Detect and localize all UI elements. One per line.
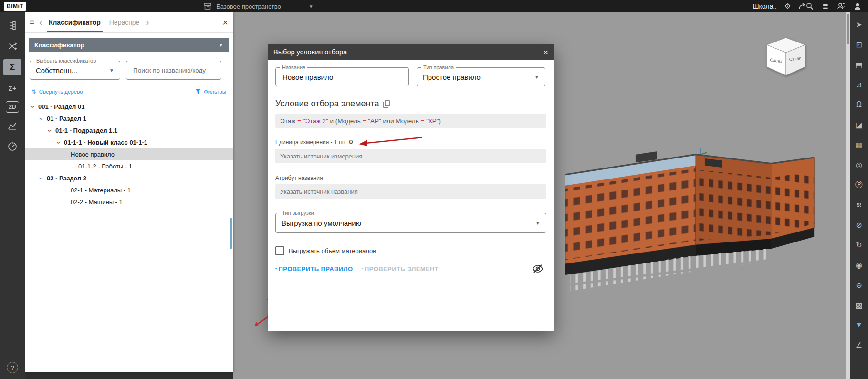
name-attribute-label: Атрибут названия	[275, 175, 546, 181]
condition-field: Модель	[337, 117, 362, 125]
chevron-expand-icon[interactable]: ›	[29, 104, 37, 110]
unit-source-placeholder[interactable]: Указать источник измерения	[275, 149, 546, 163]
project-settings-gear-icon[interactable]: ⚙	[784, 2, 791, 11]
search-icon[interactable]	[806, 2, 814, 10]
chevron-down-icon[interactable]: ▼	[309, 4, 314, 9]
selection-condition-dialog: Выбор условия отбора × Название Тип прав…	[268, 44, 554, 331]
section-plane-icon[interactable]: ◪	[852, 116, 866, 134]
condition-expression[interactable]: Этаж = "Этаж 2" и (Модель = "АР" или Мод…	[275, 114, 546, 128]
panel-tabs-row: ≡ ‹ Классификатор Нераспре › ×	[25, 12, 233, 33]
classifier-tree-icon[interactable]	[3, 17, 21, 33]
panel-close-icon[interactable]: ×	[222, 18, 228, 27]
magnet-icon[interactable]: Ω	[852, 95, 866, 114]
show-elements-icon[interactable]: ◉	[852, 256, 866, 274]
parameters-icon[interactable]: Ⓟ	[852, 176, 866, 194]
condition-operator: =	[421, 117, 427, 125]
orbit-icon[interactable]: ↻	[852, 236, 866, 254]
2d-view-icon[interactable]: 2D	[6, 101, 19, 113]
materials-volume-checkbox[interactable]	[275, 246, 284, 255]
classifier-select[interactable]: Выбрать классификатор Собственн... ▼	[30, 61, 120, 80]
classifier-panel: ≡ ‹ Классификатор Нераспре › × Классифик…	[25, 12, 233, 372]
tree-item[interactable]: › 02 - Раздел 2	[25, 172, 233, 184]
tree-item[interactable]: 01-1-2 - Работы - 1	[25, 160, 233, 172]
app-logo: BIMiT	[4, 2, 26, 11]
classifier-tree: › 001 - Раздел 01 › 01 - Раздел 1 › 01-1…	[25, 101, 233, 372]
chevron-expand-icon[interactable]: ›	[38, 175, 45, 181]
viewport-scrollbar[interactable]	[846, 12, 850, 379]
rule-name-input[interactable]	[282, 73, 403, 82]
navigation-cube[interactable]: Слева Сзади	[763, 35, 809, 79]
workspace-selector[interactable]: Базовое пространство ▼	[204, 3, 313, 10]
check-element-button[interactable]: ПРОВЕРИТЬ ЭЛЕМЕНТ	[362, 265, 439, 273]
chevron-down-icon: ▼	[532, 221, 540, 226]
collapse-tree-link[interactable]: Свернуть дерево	[39, 89, 83, 95]
condition-title-text: Условие отбора элемента	[275, 99, 379, 109]
classifier-section-dropdown[interactable]: Классификатор ▼	[29, 38, 229, 52]
copy-icon[interactable]	[383, 100, 390, 108]
chevron-expand-icon[interactable]: ›	[55, 139, 63, 146]
tree-item[interactable]: › 001 - Раздел 01	[25, 101, 233, 113]
rule-type-select[interactable]: Тип правила Простое правило ▼	[417, 67, 545, 86]
eye-off-icon[interactable]	[532, 264, 544, 274]
name-source-placeholder[interactable]: Указать источник названия	[275, 184, 546, 199]
avatar-icon[interactable]	[854, 2, 861, 10]
condition-paren: )	[439, 117, 441, 125]
chevron-expand-icon[interactable]: ›	[46, 127, 54, 134]
filter-icon[interactable]: ▼	[852, 316, 866, 334]
select-cursor-icon[interactable]: ➤	[852, 15, 866, 33]
dialog-buttons-row: ПРОВЕРИТЬ ПРАВИЛО ПРОВЕРИТЬ ЭЛЕМЕНТ	[275, 264, 546, 274]
filters-link[interactable]: Фильтры	[204, 89, 226, 95]
tree-item[interactable]: › 01 - Раздел 1	[25, 113, 233, 125]
angle-icon[interactable]: ∠	[852, 336, 866, 354]
measure-icon[interactable]: ⊿	[852, 75, 866, 94]
condition-field: Модель	[396, 117, 420, 125]
share-icon[interactable]	[798, 3, 806, 10]
building-model[interactable]	[535, 79, 816, 295]
unit-of-measure-row: Единица измерения - 1 шт ⚙	[275, 138, 546, 146]
isolate-icon[interactable]: ▩	[852, 296, 866, 314]
condition-operator: =	[363, 117, 368, 125]
viewport-scrollbar-thumb[interactable]	[847, 14, 849, 44]
hide-elements-icon[interactable]: ⊖	[852, 276, 866, 294]
tree-item[interactable]: 02-2 - Машины - 1	[25, 196, 233, 208]
tree-item-label: 02-1 - Материалы - 1	[71, 187, 131, 194]
tabs-scroll-right-icon[interactable]: ›	[146, 18, 149, 27]
tree-item-label: 01-1-2 - Работы - 1	[78, 163, 132, 170]
focus-target-icon[interactable]: ◎	[852, 156, 866, 174]
layers-icon[interactable]: ▤	[852, 55, 866, 74]
panel-menu-icon[interactable]: ≡	[30, 18, 34, 27]
search-field	[126, 61, 221, 80]
box-select-icon[interactable]: ⊡	[852, 35, 866, 53]
workspace-label: Базовое пространство	[216, 3, 281, 10]
tree-item-selected-rule[interactable]: Новое правило	[25, 148, 233, 160]
sigma-add-icon[interactable]: Σ+	[3, 80, 21, 96]
gauge-icon[interactable]	[3, 138, 21, 155]
tab-classifier[interactable]: Классификатор	[47, 12, 103, 32]
clip-plane-icon[interactable]: ⊘	[852, 216, 866, 234]
check-rule-button[interactable]: ПРОВЕРИТЬ ПРАВИЛО	[275, 265, 353, 273]
grid-icon[interactable]: ▦	[852, 136, 866, 154]
archive-icon	[204, 3, 211, 10]
tree-item[interactable]: › 01-1-1 - Новый класс 01-1-1	[25, 137, 233, 148]
unit-settings-gear-icon[interactable]: ⚙	[348, 139, 354, 146]
dialog-close-icon[interactable]: ×	[543, 48, 548, 57]
help-icon[interactable]: ?	[7, 362, 18, 373]
tree-item[interactable]: 02-1 - Материалы - 1	[25, 184, 233, 196]
sigma-rules-icon[interactable]: Σ	[3, 59, 21, 75]
search-input[interactable]	[132, 66, 215, 74]
s-warning-icon[interactable]: S!	[852, 196, 866, 214]
chevron-expand-icon[interactable]: ›	[38, 116, 45, 122]
condition-logic: и (	[330, 117, 338, 125]
tab-unassigned[interactable]: Нераспре	[107, 12, 142, 32]
chart-icon[interactable]	[3, 117, 21, 134]
panel-scrollbar-thumb[interactable]	[230, 218, 232, 249]
account-sync-icon[interactable]	[837, 2, 845, 10]
export-type-select[interactable]: Тип выгрузки Выгрузка по умолчанию ▼	[275, 213, 546, 233]
right-toolbar: ➤ ⊡ ▤ ⊿ Ω ◪ ▦ ◎ Ⓟ S! ⊘ ↻ ◉ ⊖ ▩ ▼ ∠	[850, 12, 868, 379]
tabs-scroll-left-icon[interactable]: ‹	[39, 18, 42, 27]
relations-icon[interactable]	[3, 38, 21, 54]
menu-list-icon[interactable]: ≣	[822, 2, 828, 11]
rule-type-value: Простое правило	[423, 73, 481, 81]
tree-item[interactable]: › 01-1 - Подраздел 1.1	[25, 125, 233, 137]
rule-type-label: Тип правила	[421, 64, 456, 70]
